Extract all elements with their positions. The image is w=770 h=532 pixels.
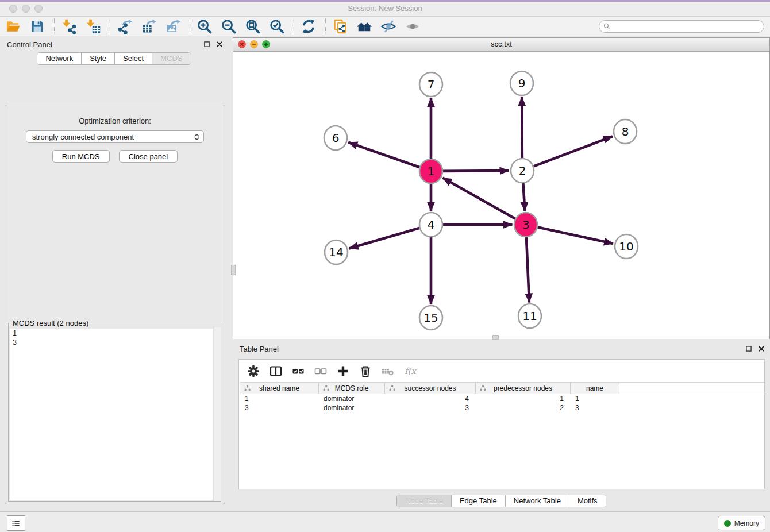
save-session-button[interactable] — [29, 18, 46, 35]
graph-edge-1-2[interactable] — [442, 171, 509, 171]
graph-node-4[interactable]: 4 — [419, 213, 442, 237]
toolbar-separator — [294, 18, 294, 34]
zoom-out-button[interactable] — [220, 18, 237, 35]
zoom-in-icon — [197, 18, 213, 34]
run-mcds-button[interactable]: Run MCDS — [52, 150, 110, 163]
table-cell: 1 — [571, 394, 619, 403]
delete-entry-button[interactable] — [358, 364, 373, 379]
node-label: 8 — [622, 125, 629, 138]
tab-edge-table[interactable]: Edge Table — [451, 495, 505, 507]
table-cell: 3 — [240, 403, 319, 413]
graph-node-14[interactable]: 14 — [325, 240, 348, 264]
table-panel-header: Table Panel — [233, 342, 770, 357]
node-label: 9 — [518, 76, 526, 90]
hide-details-button[interactable] — [380, 18, 397, 35]
graph-edge-2-3[interactable] — [523, 182, 525, 211]
import-table-button[interactable] — [84, 18, 102, 35]
refresh-view-button[interactable] — [300, 18, 317, 35]
float-table-panel-icon[interactable] — [745, 345, 753, 353]
task-history-button[interactable] — [7, 515, 25, 531]
deselect-all-button[interactable] — [313, 364, 328, 379]
export-table-icon — [141, 18, 157, 34]
close-panel-icon[interactable] — [215, 40, 224, 48]
close-table-panel-icon[interactable] — [757, 345, 765, 353]
table-cell: 3 — [571, 403, 619, 413]
network-graph: 7968124314101511 — [233, 52, 769, 339]
delete-table-button — [380, 364, 395, 379]
status-bar: Memory — [0, 511, 770, 532]
select-all-button[interactable] — [291, 364, 306, 379]
mcds-result-text[interactable]: 13 — [10, 329, 220, 500]
graph-node-6[interactable]: 6 — [324, 126, 347, 150]
graph-node-1[interactable]: 1 — [419, 159, 442, 183]
tab-network-table[interactable]: Network Table — [505, 495, 569, 507]
memory-button[interactable]: Memory — [718, 516, 765, 530]
zoom-in-button[interactable] — [196, 18, 213, 35]
select-all-icon — [291, 364, 305, 378]
graph-node-11[interactable]: 11 — [518, 304, 541, 328]
zoom-fit-icon — [245, 18, 261, 34]
tab-mcds[interactable]: MCDS — [152, 53, 190, 64]
graph-node-9[interactable]: 9 — [510, 71, 533, 95]
column-header-successor-nodes[interactable]: successor nodes — [385, 383, 476, 394]
mcds-result-line: 3 — [10, 338, 220, 347]
export-image-button[interactable] — [164, 18, 182, 35]
table-row[interactable]: 1dominator411 — [240, 394, 764, 403]
mcds-result-scrollbar[interactable] — [213, 327, 221, 501]
column-header-shared-name[interactable]: shared name — [240, 383, 319, 394]
global-search-input[interactable] — [599, 20, 764, 33]
zoom-out-icon — [221, 18, 237, 34]
column-header-MCDS-role[interactable]: MCDS role — [319, 383, 385, 394]
zoom-selected-button[interactable] — [268, 18, 286, 35]
mcds-result-line: 1 — [10, 329, 220, 338]
tab-select[interactable]: Select — [114, 53, 152, 64]
column-header-name[interactable]: name — [571, 383, 619, 394]
graph-node-3[interactable]: 3 — [514, 213, 537, 237]
zoom-fit-button[interactable] — [244, 18, 261, 35]
tab-motifs[interactable]: Motifs — [569, 495, 606, 507]
graph-edge-3-11[interactable] — [526, 236, 529, 302]
table-row[interactable]: 3dominator323 — [240, 403, 764, 413]
graph-node-2[interactable]: 2 — [511, 159, 534, 183]
open-network-button[interactable] — [5, 18, 22, 35]
network-canvas[interactable]: 7968124314101511 — [233, 52, 769, 339]
graph-node-15[interactable]: 15 — [419, 306, 442, 330]
zoom-selected-icon — [269, 18, 285, 34]
table-cell: 3 — [385, 403, 476, 413]
add-entry-button[interactable] — [336, 364, 351, 379]
graph-node-10[interactable]: 10 — [615, 234, 638, 259]
graph-edge-3-1[interactable] — [442, 178, 515, 219]
graph-node-7[interactable]: 7 — [419, 72, 442, 97]
split-panel-button[interactable] — [268, 364, 283, 379]
tab-network[interactable]: Network — [37, 53, 81, 64]
export-table-button[interactable] — [140, 18, 157, 35]
float-panel-icon[interactable] — [203, 40, 211, 48]
deselect-all-icon — [314, 364, 328, 378]
settings-gear-button[interactable] — [246, 364, 261, 379]
delete-table-icon — [381, 364, 395, 378]
graph-node-8[interactable]: 8 — [614, 119, 637, 144]
graph-edge-2-9[interactable] — [522, 97, 522, 159]
home-button[interactable] — [356, 18, 373, 35]
graph-edge-1-6[interactable] — [348, 142, 419, 167]
optimization-criterion-select[interactable]: strongly connected component — [26, 130, 204, 143]
tab-style[interactable]: Style — [81, 53, 114, 64]
import-network-button[interactable] — [60, 18, 78, 35]
svg-text:f(x): f(x) — [405, 366, 417, 376]
duplicate-network-button[interactable] — [332, 18, 349, 35]
table-cell: 1 — [476, 394, 571, 403]
graph-edge-4-14[interactable] — [349, 228, 420, 249]
selected-option: strongly connected component — [32, 133, 134, 141]
table-cell: 1 — [240, 394, 319, 403]
export-network-button[interactable] — [116, 18, 133, 35]
table-header-row: shared nameMCDS rolesuccessor nodesprede… — [240, 382, 764, 394]
close-panel-button[interactable]: Close panel — [119, 150, 178, 163]
horizontal-splitter-handle[interactable] — [492, 335, 499, 340]
graph-edge-3-10[interactable] — [537, 227, 613, 244]
vertical-splitter-handle[interactable] — [231, 265, 236, 275]
hierarchy-icon — [244, 384, 251, 392]
graph-edge-2-8[interactable] — [533, 136, 613, 166]
network-title: scc.txt — [233, 40, 769, 48]
tab-node-table[interactable]: Node Table — [397, 495, 451, 507]
column-header-predecessor-nodes[interactable]: predecessor nodes — [476, 383, 571, 394]
